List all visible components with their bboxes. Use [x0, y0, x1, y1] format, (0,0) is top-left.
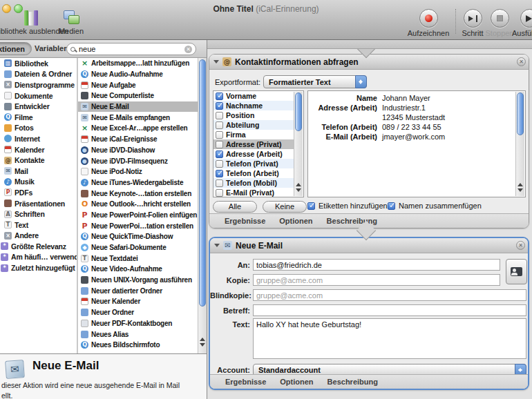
- field-checkbox[interactable]: [216, 170, 223, 177]
- action-item[interactable]: QNeues Bildschirmfoto: [78, 340, 198, 351]
- text-field[interactable]: Hallo XY hat heute Geburtstag!: [253, 318, 526, 359]
- blindkopie-field[interactable]: [253, 289, 526, 301]
- footer-link-ergebnisse[interactable]: Ergebnisse: [225, 378, 266, 386]
- library-item[interactable]: Internet: [0, 133, 77, 144]
- contact-field-row[interactable]: Telefon (Privat): [213, 159, 294, 168]
- footer-link-beschreibung[interactable]: Beschreibung: [327, 378, 378, 386]
- action-item[interactable]: ♪Neue iTunes-Wiedergabeliste: [78, 177, 198, 188]
- an-field[interactable]: [253, 259, 500, 271]
- action-block-kontaktinformationen[interactable]: @ Kontaktinformationen abfragen Exportfo…: [209, 54, 529, 228]
- betreff-field[interactable]: [253, 304, 526, 316]
- action-item[interactable]: ●Neue iDVD-Diashow: [78, 145, 198, 156]
- address-book-button[interactable]: [506, 259, 527, 284]
- action-item[interactable]: Neue iPod-Notiz: [78, 166, 198, 177]
- action-item[interactable]: Neuer datierter Ordner: [78, 285, 198, 296]
- merge-names-option[interactable]: Namen zusammenfügen: [388, 202, 482, 210]
- action-item[interactable]: ◆Neue Safari-Dokumente: [78, 242, 198, 253]
- field-checkbox[interactable]: [216, 93, 223, 100]
- add-labels-option[interactable]: Etiketten hinzufügen: [307, 202, 388, 210]
- export-format-popup[interactable]: Formatierter Text: [263, 75, 367, 88]
- library-item[interactable]: Dokumente: [0, 90, 77, 101]
- action-item[interactable]: ×Arbeitsmappe…latt hinzufügen: [78, 58, 198, 69]
- field-checkbox[interactable]: [216, 141, 223, 148]
- clear-search-icon[interactable]: ✕: [184, 46, 192, 53]
- run-button[interactable]: Ausführen: [513, 9, 532, 37]
- kopie-field[interactable]: [253, 274, 500, 286]
- select-none-button[interactable]: Keine: [263, 201, 307, 213]
- action-item[interactable]: Neuer Ordner: [78, 307, 198, 318]
- contact-field-row[interactable]: E-Mail (Privat): [213, 188, 294, 197]
- contact-field-row[interactable]: Nachname: [213, 101, 294, 110]
- close-action-icon[interactable]: [516, 241, 525, 250]
- action-item[interactable]: QNeue Audio-Aufnahme: [78, 69, 198, 80]
- close-action-icon[interactable]: [517, 57, 526, 66]
- footer-link-optionen[interactable]: Optionen: [279, 217, 312, 225]
- action-item[interactable]: Neue iCal-Ereignisse: [78, 134, 198, 145]
- contact-field-row[interactable]: Position: [213, 110, 294, 120]
- library-item[interactable]: TText: [0, 220, 77, 231]
- scrollbar-thumb[interactable]: [295, 93, 302, 131]
- field-checkbox[interactable]: [216, 121, 223, 129]
- library-item[interactable]: *Zuletzt hinzugefügt: [0, 262, 77, 273]
- action-item[interactable]: Neuen UNIX-Vorgang ausführen: [78, 275, 198, 286]
- footer-link-optionen[interactable]: Optionen: [280, 378, 313, 386]
- library-item[interactable]: ×Andere: [0, 231, 77, 242]
- library-item[interactable]: *Größte Relevanz: [0, 241, 77, 252]
- library-item[interactable]: QFilme: [0, 112, 77, 123]
- field-checkbox[interactable]: [216, 131, 223, 139]
- library-item[interactable]: Dateien & Ordner: [0, 69, 77, 80]
- field-checkbox[interactable]: [216, 189, 223, 197]
- library-item[interactable]: ♪Musik: [0, 177, 77, 188]
- action-item[interactable]: Neues Alias: [78, 329, 198, 340]
- action-item[interactable]: TNeue Textdatei: [78, 253, 198, 264]
- field-checkbox[interactable]: [216, 112, 223, 119]
- record-button[interactable]: Aufzeichnen: [404, 9, 453, 37]
- footer-link-ergebnisse[interactable]: Ergebnisse: [225, 217, 265, 225]
- contact-field-row[interactable]: Adresse (Privat): [213, 139, 294, 149]
- contact-field-row[interactable]: Firma: [213, 130, 294, 139]
- field-checkbox[interactable]: [216, 150, 223, 158]
- select-all-button[interactable]: Alle: [213, 201, 257, 213]
- field-checkbox[interactable]: [216, 179, 223, 187]
- tab-variablen[interactable]: Variablen: [35, 44, 68, 52]
- contact-field-row[interactable]: Adresse (Arbeit): [213, 149, 294, 159]
- fields-scrollbar[interactable]: [294, 92, 303, 196]
- library-item[interactable]: PPDFs: [0, 187, 77, 198]
- disclosure-triangle-icon[interactable]: [213, 60, 219, 66]
- library-item[interactable]: Entwickler: [0, 101, 77, 112]
- action-item[interactable]: QNeue Video-Aufnahme: [78, 264, 198, 275]
- action-block-neue-email[interactable]: ✉ Neue E-Mail An: Kopie: Blindkopie: Bet…: [209, 237, 529, 390]
- action-item[interactable]: ●Neue iDVD-Filmsequenz: [78, 155, 198, 166]
- field-checkbox[interactable]: [216, 160, 223, 168]
- preview-scrollbar[interactable]: [515, 92, 524, 196]
- add-labels-checkbox[interactable]: [307, 202, 315, 210]
- contact-field-row[interactable]: Telefon (Mobil): [213, 178, 294, 188]
- search-input[interactable]: neue ✕: [66, 43, 196, 55]
- scrollbar-thumb[interactable]: [517, 93, 524, 135]
- action-item[interactable]: PNeue PowerPoi…tation erstellen: [78, 220, 198, 231]
- contact-field-row[interactable]: Telefon (Arbeit): [213, 168, 294, 178]
- tab-aktionen[interactable]: Aktionen: [0, 42, 32, 55]
- scrollbar-arrows[interactable]: [198, 335, 207, 349]
- merge-names-checkbox[interactable]: [388, 202, 395, 210]
- library-item[interactable]: ASchriften: [0, 208, 77, 220]
- library-item[interactable]: ×Dienstprogramme: [0, 79, 77, 90]
- action-item[interactable]: Neue Aufgabe: [78, 79, 198, 90]
- library-item[interactable]: Fotos: [0, 123, 77, 134]
- action-item[interactable]: Neuer PDF-Kontaktbogen: [78, 318, 198, 329]
- media-button[interactable]: Medien: [52, 9, 91, 35]
- action-item[interactable]: ✉Neue E-Mails empfangen: [78, 112, 198, 123]
- scrollbar-arrows[interactable]: [294, 180, 303, 195]
- scrollbar-arrows[interactable]: [516, 180, 524, 195]
- actions-scrollbar[interactable]: [198, 58, 207, 353]
- contact-field-row[interactable]: Abteilung: [213, 120, 294, 130]
- library-item[interactable]: *Am häufi… verwendet: [0, 252, 77, 263]
- disclosure-triangle-icon[interactable]: [214, 244, 220, 250]
- scrollbar-thumb[interactable]: [199, 59, 206, 306]
- library-item[interactable]: @Kontakte: [0, 155, 77, 166]
- contact-field-row[interactable]: Vorname: [213, 91, 294, 101]
- library-item[interactable]: ✉Mail: [0, 166, 77, 177]
- action-item[interactable]: ✉Neue E-Mail: [78, 101, 198, 113]
- field-checkbox[interactable]: [216, 102, 223, 110]
- action-item[interactable]: ONeue Outlook-…hricht erstellen: [78, 199, 198, 210]
